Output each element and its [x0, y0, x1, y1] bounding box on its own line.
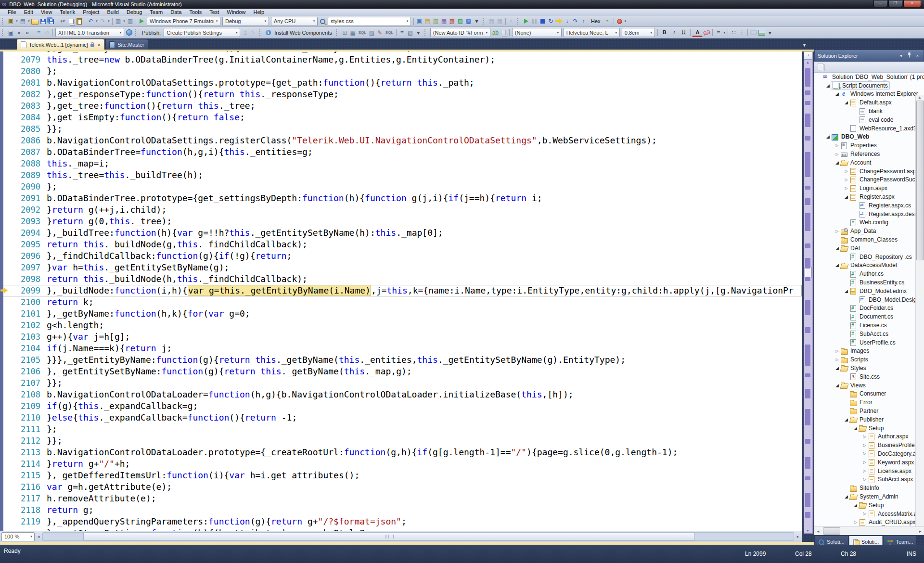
tree-item-doccategory-aspx[interactable]: ▷DocCategory.aspx [814, 449, 924, 458]
editor-splitter-handle[interactable]: ⁞ [804, 51, 813, 60]
highlight-eraser-icon[interactable] [703, 28, 711, 37]
doctype-combo[interactable]: XHTML 1.0 Transition▾ [55, 28, 124, 37]
expander-collapsed-icon[interactable]: ▷ [862, 451, 867, 456]
new-project-icon-group[interactable]: ▣▾ [7, 17, 19, 26]
view-code-icon[interactable]: ▣ [7, 28, 15, 37]
menu-debug[interactable]: Debug [123, 9, 146, 16]
expander-expanded-icon[interactable]: ◢ [834, 246, 840, 251]
tree-item-app-data[interactable]: ▷App_Data [814, 227, 924, 235]
copy-icon[interactable] [67, 17, 75, 26]
tree-item-publisher[interactable]: ◢Publisher [814, 415, 924, 424]
menu-file[interactable]: File [4, 9, 20, 16]
expander-expanded-icon[interactable]: ◢ [853, 503, 858, 508]
paste-icon[interactable] [75, 17, 83, 26]
tree-item-siteinfo[interactable]: SiteInfo [814, 484, 924, 492]
tree-item-license-cs[interactable]: License.cs [814, 321, 924, 330]
undo-icon[interactable]: ↶ [87, 17, 95, 26]
foreground-color-button[interactable]: A [692, 28, 703, 37]
tree-item-accessmatrix-aspx[interactable]: ▷AccessMatrix.aspx [814, 510, 924, 518]
tree-item-businesprofile-aspx[interactable]: ▷BusinesProfile.aspx [814, 441, 924, 449]
tree-item-webresource-1-axd-d[interactable]: WebResource_1.axd?d= [814, 124, 924, 133]
expander-collapsed-icon[interactable]: ▷ [862, 512, 867, 516]
expander-expanded-icon[interactable]: ◢ [834, 263, 840, 268]
tree-item-dbo-web[interactable]: ◢DBO_Web [814, 133, 924, 141]
cut-icon[interactable]: ✂ [59, 17, 67, 26]
show-next-statement-icon[interactable] [555, 17, 563, 26]
deployment-target-combo[interactable]: Windows Phone 7 Emulator▾ [147, 17, 220, 26]
tree-item-subacct-cs[interactable]: SubAcct.cs [814, 330, 924, 338]
toolbar-overflow-icon[interactable]: ▾ [473, 17, 481, 26]
scroll-down-icon[interactable]: ▾ [804, 528, 811, 533]
verify-sql-icon[interactable]: ✎ [376, 28, 384, 37]
tree-item-businessentity-cs[interactable]: BusinessEntity.cs [814, 278, 924, 287]
expander-collapsed-icon[interactable]: ▷ [862, 469, 867, 473]
expander-collapsed-icon[interactable]: ▷ [862, 460, 867, 464]
pin-icon[interactable] [906, 52, 912, 59]
tree-item-keyword-aspx[interactable]: ▷Keyword.aspx [814, 458, 924, 467]
tree-item-solution-dbo-web-solution-1-project[interactable]: Solution 'DBO_Web_Solution' (1 project) [814, 73, 924, 81]
data-grid-icon[interactable]: ⊞ [341, 28, 349, 37]
horizontal-scroll-thumb[interactable] [83, 533, 694, 540]
scroll-up-icon[interactable]: ▲ [916, 95, 924, 100]
scroll-left-icon[interactable]: ◂ [814, 529, 822, 534]
spell-check-icon[interactable]: ab [491, 28, 500, 37]
editor-zoom-combo[interactable]: 100 % ▾ [1, 532, 35, 541]
solution-platform-combo[interactable]: Any CPU▾ [271, 17, 318, 26]
solution-explorer-icon[interactable]: ▣ [415, 17, 424, 26]
object-browser-icon[interactable]: ▥ [432, 17, 440, 26]
solution-configuration-combo[interactable]: Debug▾ [222, 17, 269, 26]
menu-telerik[interactable]: Telerik [56, 9, 79, 16]
tree-item-windows-internet-explorer[interactable]: ◢Windows Internet Explorer [814, 90, 924, 99]
tree-item-setup[interactable]: ◢Setup [814, 424, 924, 433]
tree-item-docfolder-cs[interactable]: DocFolder.cs [814, 304, 924, 313]
tree-item-system-admin[interactable]: ◢System_Admin [814, 492, 924, 501]
tree-item-site-css[interactable]: Site.css [814, 372, 924, 381]
tree-item-styles[interactable]: ◢Styles [814, 364, 924, 372]
tree-item-audit-crud-aspx[interactable]: ▷Audit_CRUD.aspx [814, 518, 924, 526]
numbered-list-icon[interactable]: ⋮ [738, 28, 746, 37]
check-page-icon[interactable] [125, 28, 133, 37]
expander-collapsed-icon[interactable]: ▷ [844, 169, 849, 173]
restart-icon[interactable]: ↻ [547, 17, 555, 26]
scroll-right-icon[interactable]: ▸ [794, 534, 802, 539]
expander-collapsed-icon[interactable]: ▷ [834, 143, 840, 148]
tree-vertical-scrollbar[interactable]: ▲ ▼ [915, 95, 924, 526]
add-to-output-icon[interactable]: ≡ [398, 28, 406, 37]
tree-item-web-config[interactable]: Web.config [814, 218, 924, 227]
menu-project[interactable]: Project [79, 9, 103, 16]
tree-item-setup[interactable]: ◢Setup [814, 501, 924, 510]
format-document-icon[interactable]: ≡ [35, 28, 43, 37]
target-rule-combo[interactable]: (None)▾ [512, 28, 562, 37]
expander-expanded-icon[interactable]: ◢ [825, 83, 831, 88]
window-position-icon[interactable]: ▾ [898, 53, 904, 58]
scroll-left-icon[interactable]: ◂ [35, 534, 42, 539]
expander-expanded-icon[interactable]: ◢ [844, 494, 849, 499]
menu-data[interactable]: Data [167, 9, 185, 16]
solution-explorer-header[interactable]: Solution Explorer ▾ × [814, 50, 924, 62]
tree-item-consumer[interactable]: Consumer [814, 389, 924, 398]
font-family-combo[interactable]: Helvetica Neue, L▾ [564, 28, 620, 37]
tab-site-master[interactable]: Site.Master [105, 39, 148, 50]
tree-item-changepasswordsuccess-aspx[interactable]: ▷ChangePasswordSuccess.aspx [814, 176, 924, 184]
toolbar-grip[interactable] [135, 29, 138, 36]
navigate-backward-icon-group[interactable]: ▥▾ [114, 17, 126, 26]
expander-collapsed-icon[interactable]: ▷ [853, 520, 858, 525]
expander-expanded-icon[interactable]: ◢ [825, 134, 831, 139]
italic-button[interactable]: I [670, 28, 679, 37]
tree-item-subacct-aspx[interactable]: ▷SubAcct.aspx [814, 475, 924, 484]
hex-button[interactable]: Hex [588, 17, 604, 26]
file-list-dropdown-icon[interactable]: ▼ [802, 43, 807, 48]
step-into-icon[interactable]: ↓ [563, 17, 571, 26]
tree-item-dal[interactable]: ◢DAL [814, 244, 924, 253]
tree-item-register-aspx-cs[interactable]: Register.aspx.cs [814, 201, 924, 210]
show-sql-pane-button[interactable]: SQL [357, 28, 368, 37]
step-over-icon[interactable]: ↷ [571, 17, 579, 26]
tree-item-login-aspx[interactable]: ▷Login.aspx [814, 184, 924, 192]
menu-help[interactable]: Help [249, 9, 268, 16]
bold-button[interactable]: B [659, 28, 670, 37]
tree-item-eval-code[interactable]: eval code [814, 115, 924, 124]
underline-button[interactable]: U [678, 28, 689, 37]
expander-collapsed-icon[interactable]: ▷ [834, 358, 840, 362]
expander-collapsed-icon[interactable]: ▷ [834, 229, 840, 233]
expander-expanded-icon[interactable]: ◢ [853, 426, 858, 431]
